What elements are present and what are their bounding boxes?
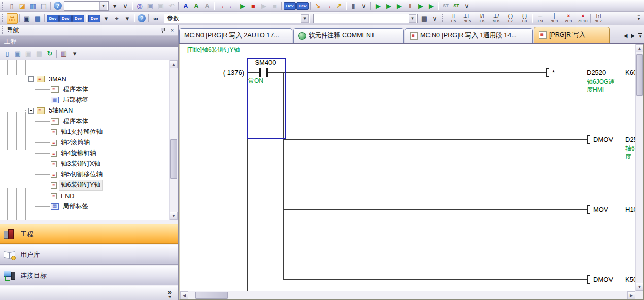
ladder-cursor[interactable] <box>247 58 286 139</box>
device-memory2-icon[interactable]: Dev <box>59 15 72 22</box>
pane-grip[interactable] <box>2 26 5 34</box>
expander-icon[interactable] <box>28 76 34 82</box>
editor-vertical-scrollbar[interactable]: ▲ ▼ <box>635 44 643 291</box>
tree-item[interactable]: 轴6装铆钉Y轴 <box>0 180 169 191</box>
separator[interactable] <box>86 14 87 22</box>
dev-display2-icon[interactable]: Dev <box>296 2 309 10</box>
ladder-editor[interactable]: [Title]轴6装铆钉Y轴 ( 1376) SM400 常ON * D2520… <box>179 44 644 300</box>
combo-dropdown-icon[interactable]: ▾ <box>409 14 416 23</box>
expander-icon[interactable] <box>28 108 34 114</box>
ladder-symbol-button[interactable]: │ sF9 <box>548 12 561 24</box>
monitor-disabled1-icon[interactable]: ▶ <box>259 1 269 11</box>
toolbar-grip[interactable] <box>2 2 5 10</box>
scroll-up-icon[interactable]: ▲ <box>170 60 178 68</box>
tree-item[interactable]: 轴5切割移位轴 <box>0 169 169 180</box>
toolbar-overflow-icon[interactable]: –▾ <box>635 13 642 21</box>
device-search-icon[interactable]: ⌖ <box>112 14 122 23</box>
tab-prg-common[interactable]: MC:N0 [PRG]R 写入 1通用段 14... <box>405 28 533 43</box>
ladder-symbol-button[interactable]: × cF9 <box>562 12 575 24</box>
find-in-window-icon[interactable]: ▤ <box>419 14 429 23</box>
separator[interactable] <box>44 14 45 22</box>
refresh-icon[interactable]: ↻ <box>45 49 55 58</box>
editor-horizontal-scrollbar[interactable]: ◀ ▶ <box>180 291 635 299</box>
run-icon[interactable]: ▶ <box>394 1 404 11</box>
tree-scrollbar[interactable]: ▲ ▼ <box>169 60 178 220</box>
ladder-symbol-button[interactable]: ⊣↑⊢ sF7 <box>592 12 605 24</box>
close-icon[interactable]: × <box>168 27 176 34</box>
monitor-start-icon[interactable]: ▶ <box>238 1 248 11</box>
tab-list-icon[interactable]: ▼ <box>638 33 642 39</box>
ladder-symbol-button[interactable]: ( ) F7 <box>503 12 517 24</box>
tab-scroll-right-icon[interactable]: ▶ <box>631 33 635 39</box>
tree-item[interactable]: 轴1夹持移位轴 <box>0 127 169 137</box>
scroll-up-icon[interactable]: ▲ <box>636 44 643 52</box>
copy-data-icon[interactable]: ▣ <box>13 49 23 58</box>
jump-forward-icon[interactable]: → <box>216 1 226 11</box>
help-icon[interactable]: ? <box>54 2 62 10</box>
separator[interactable] <box>214 2 215 10</box>
read-plc-icon[interactable]: → <box>323 1 333 11</box>
program-check1-icon[interactable]: ▶ <box>373 1 383 11</box>
tree-item[interactable]: 5轴MAN <box>0 105 169 116</box>
device-find-blue-icon[interactable]: A <box>181 1 191 11</box>
pause-icon[interactable]: ‖ <box>405 1 415 11</box>
scroll-left-icon[interactable]: ◀ <box>180 291 188 299</box>
ladder-symbol-button[interactable]: ⊥/ sF6 <box>489 12 503 24</box>
accordion-user-library[interactable]: 用户库 <box>0 245 178 265</box>
scrollbar-thumb[interactable] <box>636 54 643 96</box>
device-find-green-icon[interactable]: A <box>191 1 201 11</box>
dropdown-icon[interactable]: ▾ <box>101 14 111 23</box>
tree-item[interactable]: 3MAN <box>0 73 169 84</box>
separator[interactable] <box>370 2 371 10</box>
overflow-chevron-icon[interactable]: ∨ <box>430 14 440 23</box>
separator[interactable] <box>346 2 347 10</box>
ladder-symbol-button[interactable] <box>532 14 533 23</box>
copy-icon[interactable]: ▣ <box>145 1 155 11</box>
scroll-down-icon[interactable]: ▼ <box>170 212 178 220</box>
st-green-icon[interactable]: ST <box>451 1 461 11</box>
tab-prg-active[interactable]: [PRG]R 写入 <box>534 27 610 43</box>
binoculars-find-icon[interactable]: ∞ <box>151 14 161 23</box>
cross-reference-icon[interactable]: ◎ <box>134 1 145 11</box>
save-icon[interactable]: ▦ <box>28 1 38 11</box>
data-property-icon[interactable]: ▤ <box>34 49 44 58</box>
overflow-chevron-icon[interactable]: ∨ <box>462 1 472 11</box>
toolbar-grip[interactable] <box>2 14 5 22</box>
verify-plc-icon[interactable]: ↗ <box>334 1 344 11</box>
combo-dropdown-icon[interactable]: ▾ <box>301 14 309 23</box>
scrollbar-track[interactable] <box>636 52 643 283</box>
st-gray-icon[interactable]: ST <box>440 1 451 11</box>
open-folder-icon[interactable]: ◪ <box>17 1 27 11</box>
ladder-symbol-button[interactable]: ⊥⊢ sF5 <box>461 12 474 24</box>
device-memory3-icon[interactable]: Dev <box>72 15 84 22</box>
separator[interactable] <box>56 50 57 58</box>
device-display-icon[interactable]: Dev <box>88 15 100 22</box>
separator[interactable] <box>281 2 282 10</box>
monitor-stop-icon[interactable]: ■ <box>248 1 258 11</box>
accordion-connection-target[interactable]: 连接目标 <box>0 266 178 285</box>
accordion-overflow-icon[interactable]: »▾ <box>168 290 172 300</box>
tree-item[interactable]: 轴4旋铆钉轴 <box>0 148 169 159</box>
separator[interactable] <box>148 14 149 22</box>
separator[interactable] <box>178 2 179 10</box>
list-view-icon[interactable]: ▤ <box>32 14 43 23</box>
separator[interactable] <box>310 2 311 10</box>
project-tree-toggle-icon[interactable]: 品 <box>7 13 18 24</box>
help-icon[interactable]: ? <box>138 14 146 22</box>
overflow-chevron-icon[interactable]: ∨ <box>359 1 369 11</box>
ladder-symbol-button[interactable]: ⊣/⊢ F6 <box>475 12 489 24</box>
step-run-icon[interactable]: ▶ <box>426 1 436 11</box>
tree-item[interactable]: 局部标签 <box>0 95 169 105</box>
paste-icon[interactable]: ▣ <box>156 1 166 11</box>
print-icon[interactable]: ▤ <box>39 1 49 11</box>
pane-splitter[interactable]: ......... <box>0 220 178 224</box>
write-plc-icon[interactable]: ↘ <box>313 1 323 11</box>
pin-icon[interactable] <box>158 27 166 34</box>
separator[interactable] <box>50 2 51 10</box>
tree-item[interactable]: 局部标签 <box>0 201 169 212</box>
tree-scrollbar-thumb[interactable] <box>170 139 177 179</box>
toolbar-combo[interactable]: ▾ <box>64 1 109 11</box>
ladder-symbol-button[interactable]: ⊣⊢ F5 <box>447 12 460 24</box>
toolbar-grip[interactable] <box>442 14 445 22</box>
display-mode-icon[interactable]: ▥ <box>59 49 69 58</box>
